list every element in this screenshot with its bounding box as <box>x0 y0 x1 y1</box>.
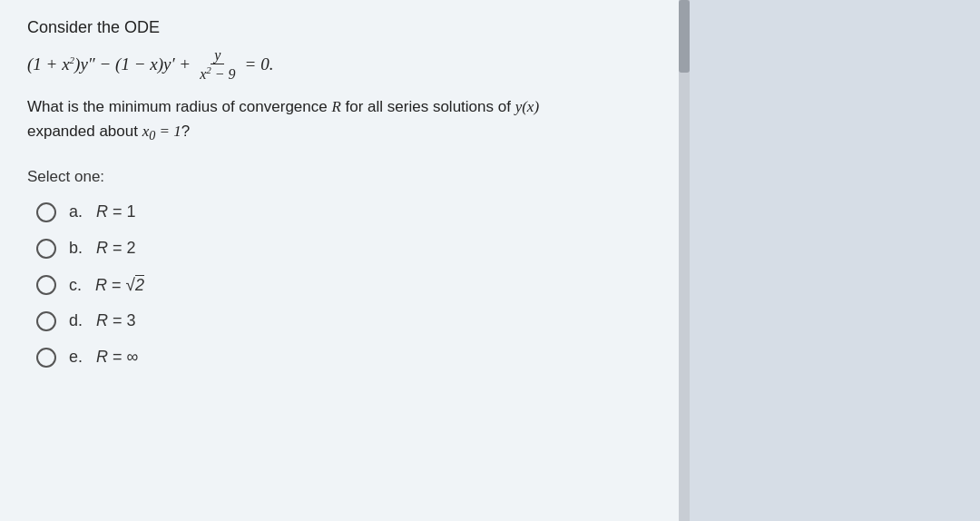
option-letter-a: a. <box>69 202 83 221</box>
fraction-denominator: x2 − 9 <box>196 64 239 84</box>
list-item[interactable]: d. R = 3 <box>36 311 662 331</box>
option-radio-a[interactable] <box>36 202 56 222</box>
option-label-e: e. R = ∞ <box>69 348 138 367</box>
option-radio-d[interactable] <box>36 311 56 331</box>
option-label-c: c. R = √2 <box>69 275 144 295</box>
ode-fraction: y x2 − 9 <box>196 46 239 84</box>
list-item[interactable]: c. R = √2 <box>36 275 662 295</box>
option-radio-b[interactable] <box>36 239 56 259</box>
sqrt-symbol: √ <box>126 275 135 294</box>
ode-equals: = 0. <box>245 54 274 74</box>
question-text: What is the minimum radius of convergenc… <box>27 94 662 146</box>
options-list: a. R = 1 b. R = 2 c. R = √2 d. R = 3 <box>27 202 662 368</box>
option-radio-c[interactable] <box>36 275 56 295</box>
scrollbar-track <box>679 0 690 521</box>
ode-text: (1 + x2)y″ − (1 − x)y′ + <box>27 54 191 74</box>
ode-equation: (1 + x2)y″ − (1 − x)y′ + y x2 − 9 = 0. <box>27 46 662 84</box>
fraction-numerator: y <box>211 46 224 64</box>
select-one-label: Select one: <box>27 168 662 186</box>
option-radio-e[interactable] <box>36 348 56 368</box>
list-item[interactable]: b. R = 2 <box>36 239 662 259</box>
option-letter-d: d. <box>69 311 83 329</box>
option-label-d: d. R = 3 <box>69 311 136 330</box>
list-item[interactable]: e. R = ∞ <box>36 348 662 368</box>
question-container: Consider the ODE (1 + x2)y″ − (1 − x)y′ … <box>0 0 690 521</box>
math-yx: y(x) <box>515 98 539 115</box>
option-label-b: b. R = 2 <box>69 239 136 258</box>
option-label-a: a. R = 1 <box>69 202 136 221</box>
option-letter-e: e. <box>69 348 83 366</box>
math-R: R <box>331 98 340 115</box>
question-title: Consider the ODE <box>27 18 662 37</box>
math-x0: x0 = 1 <box>142 123 181 140</box>
scrollbar-thumb[interactable] <box>679 0 690 73</box>
list-item[interactable]: a. R = 1 <box>36 202 662 222</box>
option-letter-b: b. <box>69 239 83 257</box>
option-letter-c: c. <box>69 276 82 294</box>
